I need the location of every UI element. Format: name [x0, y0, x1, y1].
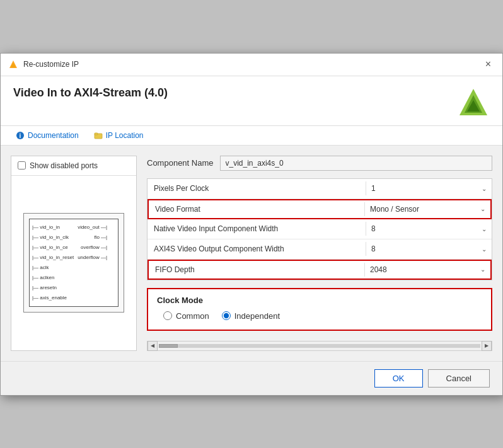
component-name-label: Component Name	[147, 158, 214, 168]
radio-common-label: Common	[176, 311, 209, 321]
clock-mode-box: Clock Mode Common Independent	[147, 288, 492, 331]
video-format-value: Mono / Sensor	[370, 205, 419, 214]
radio-option-common[interactable]: Common	[163, 311, 209, 321]
left-panel: Show disabled ports |— vid_io_in |— vid_…	[11, 156, 137, 351]
video-format-arrow: ⌄	[480, 205, 485, 212]
ip-location-button[interactable]: IP Location	[91, 130, 146, 141]
clock-mode-title: Clock Mode	[157, 296, 482, 305]
ok-button[interactable]: OK	[374, 369, 423, 388]
axi4s-output-width-value: 8	[371, 244, 376, 253]
chip-diagram-area: |— vid_io_in |— vid_io_in_clk |— vid_io_…	[11, 176, 136, 350]
pin-underflow: underflow —|	[78, 253, 107, 262]
param-label-native-input-width: Native Video Input Component Width	[147, 221, 366, 237]
chip-right-pins: video_out —| flo —| overflow —| underflo…	[78, 223, 107, 302]
pin-flo: flo —|	[78, 233, 107, 242]
param-row-pixels-per-clock: Pixels Per Clock 1 ⌄	[147, 179, 492, 199]
info-icon: i	[16, 131, 25, 140]
header-section: Video In to AXI4-Stream (4.0)	[1, 76, 502, 126]
show-disabled-ports-checkbox[interactable]	[18, 161, 26, 169]
scroll-track[interactable]	[159, 344, 480, 348]
param-value-native-input-width[interactable]: 8 ⌄	[366, 222, 492, 236]
pin-vid-io-in-clk: |— vid_io_in_clk	[32, 233, 74, 242]
scroll-right-arrow[interactable]: ▶	[482, 341, 492, 351]
params-table: Pixels Per Clock 1 ⌄ Video Format Mono /…	[147, 178, 492, 280]
radio-common[interactable]	[163, 311, 172, 320]
window-title: Re-customize IP	[23, 60, 79, 69]
clock-mode-radio-group: Common Independent	[157, 311, 482, 321]
video-format-dropdown[interactable]: Mono / Sensor ⌄	[370, 205, 485, 214]
svg-text:i: i	[20, 132, 21, 139]
pixels-per-clock-value: 1	[371, 184, 376, 193]
ip-location-label: IP Location	[106, 131, 144, 140]
button-bar: OK Cancel	[1, 361, 502, 395]
radio-independent-label: Independent	[234, 311, 280, 321]
param-value-fifo-depth[interactable]: 2048 ⌄	[364, 263, 490, 277]
show-disabled-ports-text: Show disabled ports	[30, 161, 98, 170]
param-row-native-input-width: Native Video Input Component Width 8 ⌄	[147, 219, 492, 239]
header-title-area: Video In to AXI4-Stream (4.0)	[13, 86, 168, 100]
pixels-per-clock-dropdown[interactable]: 1 ⌄	[371, 184, 487, 193]
param-label-axi4s-output-width: AXI4S Video Output Component Width	[147, 241, 366, 257]
component-name-row: Component Name	[147, 156, 492, 171]
pin-aresetn: |— aresetn	[32, 284, 74, 292]
param-row-axi4s-output-width: AXI4S Video Output Component Width 8 ⌄	[147, 239, 492, 260]
fifo-depth-dropdown[interactable]: 2048 ⌄	[370, 265, 485, 274]
radio-option-independent[interactable]: Independent	[222, 311, 280, 321]
vivado-logo	[457, 86, 490, 119]
svg-rect-8	[95, 133, 98, 135]
axi4s-output-width-arrow: ⌄	[482, 246, 487, 253]
right-panel: Component Name Pixels Per Clock 1 ⌄	[147, 156, 492, 351]
pin-vid-io-in: |— vid_io_in	[32, 223, 74, 232]
pin-video-out: video_out —|	[78, 223, 107, 232]
pin-vid-io-in-reset: |— vid_io_in_reset	[32, 253, 74, 262]
pin-aclk: |— aclk	[32, 263, 74, 272]
param-row-fifo-depth: FIFO Depth 2048 ⌄	[147, 260, 492, 280]
title-bar: Re-customize IP ×	[1, 54, 502, 76]
show-disabled-ports-label[interactable]: Show disabled ports	[18, 161, 98, 170]
axi4s-output-width-dropdown[interactable]: 8 ⌄	[371, 244, 487, 253]
horizontal-scrollbar[interactable]: ◀ ▶	[147, 341, 492, 351]
param-label-pixels-per-clock: Pixels Per Clock	[147, 180, 366, 197]
native-input-width-value: 8	[371, 224, 376, 233]
param-value-axi4s-output-width[interactable]: 8 ⌄	[366, 242, 492, 256]
folder-icon	[94, 131, 103, 140]
param-label-video-format: Video Format	[149, 201, 364, 217]
fifo-depth-value: 2048	[370, 265, 387, 274]
vivado-title-icon	[8, 59, 18, 69]
close-button[interactable]: ×	[482, 58, 495, 71]
dialog-window: Re-customize IP × Video In to AXI4-Strea…	[0, 53, 503, 396]
scroll-thumb[interactable]	[159, 344, 178, 348]
pin-overflow: overflow —|	[78, 243, 107, 252]
param-value-video-format[interactable]: Mono / Sensor ⌄	[364, 202, 490, 216]
fifo-depth-arrow: ⌄	[480, 266, 485, 273]
toolbar: i Documentation IP Location	[1, 126, 502, 146]
component-name-input[interactable]	[220, 156, 493, 171]
cancel-button[interactable]: Cancel	[428, 369, 490, 388]
pin-vid-io-in-ce: |— vid_io_in_ce	[32, 243, 74, 252]
param-row-video-format: Video Format Mono / Sensor ⌄	[147, 199, 492, 219]
logo-svg	[457, 86, 490, 119]
left-panel-header: Show disabled ports	[11, 156, 136, 176]
radio-independent[interactable]	[222, 311, 231, 320]
chip-diagram: |— vid_io_in |— vid_io_in_clk |— vid_io_…	[23, 213, 124, 313]
param-value-pixels-per-clock[interactable]: 1 ⌄	[366, 181, 492, 195]
param-label-fifo-depth: FIFO Depth	[149, 261, 364, 278]
pin-axis-enable: |— axis_enable	[32, 294, 74, 302]
chip-inner: |— vid_io_in |— vid_io_in_clk |— vid_io_…	[29, 219, 119, 307]
native-input-width-dropdown[interactable]: 8 ⌄	[371, 224, 487, 233]
pin-aclken: |— aclken	[32, 273, 74, 282]
scroll-left-arrow[interactable]: ◀	[147, 341, 158, 351]
documentation-button[interactable]: i Documentation	[13, 130, 81, 141]
content-area: Show disabled ports |— vid_io_in |— vid_…	[1, 146, 502, 361]
title-bar-left: Re-customize IP	[8, 59, 79, 69]
pixels-per-clock-arrow: ⌄	[482, 185, 487, 192]
documentation-label: Documentation	[28, 131, 79, 140]
chip-left-pins: |— vid_io_in |— vid_io_in_clk |— vid_io_…	[32, 223, 74, 302]
dialog-title: Video In to AXI4-Stream (4.0)	[13, 86, 168, 100]
native-input-width-arrow: ⌄	[482, 226, 487, 233]
